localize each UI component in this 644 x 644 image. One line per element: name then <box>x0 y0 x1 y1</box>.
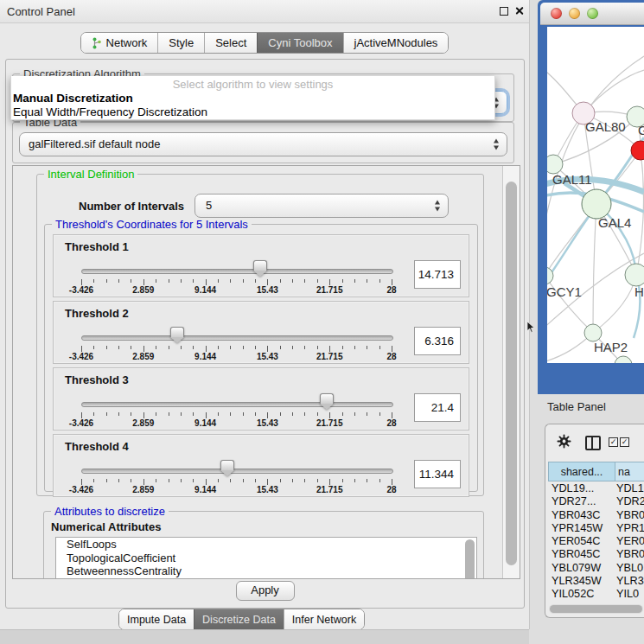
attribute-item-selfloops[interactable]: SelfLoops <box>56 538 476 552</box>
horizontal-scrollbar-thumb[interactable] <box>550 605 642 613</box>
slider-tick-labels: -3.4262.8599.14415.4321.71528 <box>81 352 392 362</box>
network-canvas[interactable]: GAL80GGAL11GAL4GCY1HHAP2 <box>547 27 644 363</box>
network-node-gal11[interactable] <box>547 155 563 174</box>
tick <box>329 479 330 485</box>
tick <box>280 279 281 283</box>
table-toolbar: ✓ ✓ <box>545 424 644 461</box>
threshold-slider-4: -3.4262.8599.14415.4321.71528 <box>81 435 392 496</box>
table-row[interactable]: YLR345WYLR3 <box>548 575 644 588</box>
slider-track[interactable] <box>81 402 393 407</box>
threshold-panel-1: Threshold 1-3.4262.8599.14415.4321.71528… <box>53 234 469 297</box>
table-data-value: galFiltered.sif default node <box>29 137 160 150</box>
tick-label: 15.43 <box>257 485 278 494</box>
popup-item-manual-discretization[interactable]: Manual Discretization <box>11 92 494 105</box>
node-label-h: H <box>634 284 644 299</box>
attribute-item-betweennesscentrality[interactable]: BetweennessCentrality <box>56 564 476 578</box>
checkbox-checked-icon[interactable]: ✓ <box>620 437 629 447</box>
gear-icon[interactable] <box>557 434 571 452</box>
horizontal-scrollbar[interactable] <box>549 604 643 614</box>
slider-thumb[interactable] <box>253 260 267 277</box>
threshold-value-field[interactable]: 6.316 <box>414 327 461 355</box>
network-node-hap2[interactable] <box>584 324 602 341</box>
tick-label: 9.144 <box>194 285 216 295</box>
table-row[interactable]: YBR043CYBR0 <box>548 509 644 522</box>
table-row[interactable]: YBR045CYBR0 <box>548 548 644 561</box>
number-of-intervals-value: 5 <box>206 199 212 212</box>
table-row[interactable]: YDL19...YDL1 <box>548 482 644 495</box>
tick <box>292 479 293 482</box>
tab-infer-network[interactable]: Infer Network <box>284 609 364 629</box>
apply-button[interactable]: Apply <box>236 581 295 601</box>
table-row[interactable]: YPR145WYPR1 <box>548 522 644 535</box>
threshold-panel-2: Threshold 2-3.4262.8599.14415.4321.71528… <box>53 301 469 364</box>
tick-label: 9.144 <box>194 418 216 428</box>
table-row[interactable]: YDR27...YDR2 <box>548 495 644 508</box>
slider-thumb[interactable] <box>320 393 334 410</box>
threshold-value-field[interactable]: 21.4 <box>414 393 461 422</box>
checkbox-checked-icon[interactable]: ✓ <box>609 437 618 447</box>
tick-label: 21.715 <box>316 485 343 494</box>
table-row[interactable]: YBL079WYBL0 <box>548 562 644 575</box>
column-checkboxes[interactable]: ✓ ✓ <box>609 437 629 447</box>
vertical-scrollbar-thumb[interactable] <box>506 182 517 565</box>
tick <box>181 412 182 416</box>
tab-jactivemnodules[interactable]: jActiveMNodules <box>343 33 449 53</box>
tab-discretize-data[interactable]: Discretize Data <box>194 609 284 629</box>
close-icon[interactable] <box>514 6 524 16</box>
float-button[interactable] <box>500 7 508 16</box>
tick <box>230 346 231 349</box>
column-header-shared-name[interactable]: shared... <box>548 462 615 481</box>
tick <box>367 279 367 283</box>
tick <box>156 479 156 482</box>
tick <box>342 346 343 349</box>
vertical-scrollbar[interactable] <box>502 166 520 578</box>
tick <box>304 412 305 416</box>
zoom-traffic-light-icon[interactable] <box>587 8 598 19</box>
split-view-icon[interactable] <box>585 436 601 450</box>
table-cell-shared-name: YDL19... <box>548 482 616 495</box>
tick <box>206 346 207 352</box>
network-node-h[interactable] <box>625 264 644 286</box>
table-cell-name: YDR2 <box>616 495 644 508</box>
tick-label: 2.859 <box>132 485 154 494</box>
table-row[interactable]: YIL052CYIL0 <box>548 588 644 601</box>
window-bottom-strip <box>0 629 529 644</box>
column-header-name[interactable]: na <box>615 462 644 481</box>
network-node-gal4[interactable] <box>582 189 611 219</box>
slider-track[interactable] <box>81 469 393 474</box>
table-data-combobox[interactable]: galFiltered.sif default node <box>19 132 507 156</box>
close-traffic-light-icon[interactable] <box>551 8 562 19</box>
slider-thumb[interactable] <box>170 327 184 343</box>
tab-impute-data[interactable]: Impute Data <box>119 609 194 629</box>
tab-style[interactable]: Style <box>157 33 204 53</box>
table-row[interactable]: YER054CYER0 <box>548 535 644 548</box>
tab-network[interactable]: Network <box>81 33 158 53</box>
tick <box>304 479 305 482</box>
tick <box>106 346 107 349</box>
number-of-intervals-combobox[interactable]: 5 <box>194 194 449 218</box>
attribute-item-topologicalcoefficient[interactable]: TopologicalCoefficient <box>56 552 476 565</box>
network-node[interactable] <box>615 356 632 363</box>
slider-track[interactable] <box>81 335 393 341</box>
slider-thumb[interactable] <box>220 460 234 476</box>
tab-label: Network <box>106 36 148 49</box>
tab-select[interactable]: Select <box>204 33 257 53</box>
threshold-value-field[interactable]: 14.713 <box>414 260 461 289</box>
table-rows: YDL19...YDL1YDR27...YDR2YBR043CYBR0YPR14… <box>548 482 644 602</box>
tick-label: 28 <box>386 418 396 428</box>
popup-item-equal-width-frequency-discretization[interactable]: Equal Width/Frequency Discretization <box>11 105 494 119</box>
slider-track[interactable] <box>81 269 393 274</box>
tab-cyni-toolbox[interactable]: Cyni Toolbox <box>257 33 342 53</box>
minimize-traffic-light-icon[interactable] <box>569 8 580 19</box>
tab-label: Infer Network <box>292 614 356 626</box>
tick <box>267 346 268 352</box>
tick <box>280 479 281 482</box>
tick <box>243 412 244 416</box>
tick <box>143 479 144 485</box>
tick <box>118 279 119 283</box>
threshold-value-field[interactable]: 11.344 <box>414 460 461 488</box>
attributes-scrollbar[interactable] <box>465 539 475 579</box>
tick <box>106 279 107 283</box>
slider-tick-labels: -3.4262.8599.14415.4321.71528 <box>81 285 392 296</box>
tick <box>392 412 392 418</box>
